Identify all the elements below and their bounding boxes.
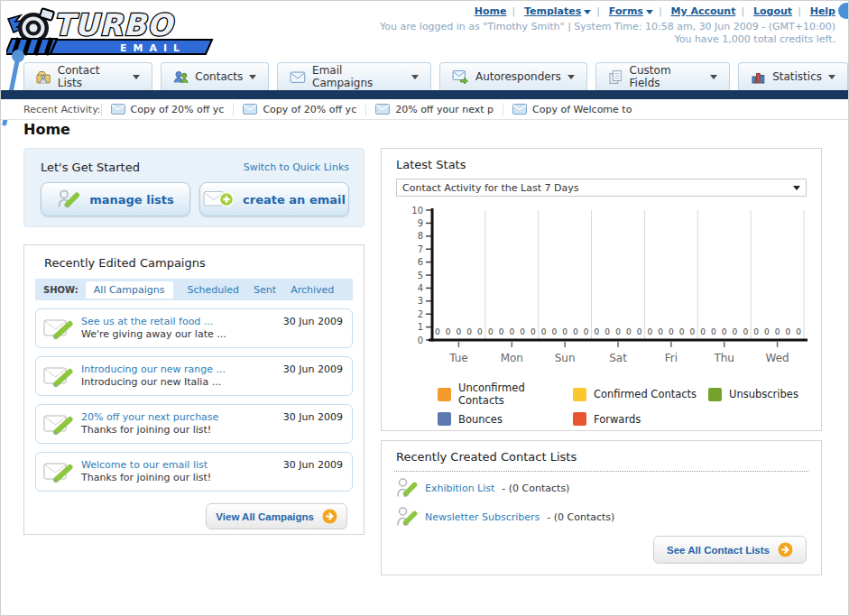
filter-all-campaigns[interactable]: All Campaigns — [86, 281, 173, 299]
create-email-button[interactable]: create an email — [199, 182, 349, 216]
svg-text:2: 2 — [418, 309, 423, 319]
recent-activity-item[interactable]: Copy of Welcome to — [503, 103, 641, 116]
recent-activity-item[interactable]: 20% off your next p — [365, 103, 503, 116]
svg-text:0: 0 — [658, 327, 663, 336]
svg-text:3: 3 — [418, 296, 423, 306]
campaign-subtitle: Thanks for joining our list! — [81, 472, 211, 484]
latest-stats-panel: Latest Stats Contact Activity for the La… — [381, 148, 822, 431]
campaign-date: 30 Jun 2009 — [283, 459, 343, 471]
envelope-icon — [512, 104, 527, 115]
svg-text:0: 0 — [418, 336, 423, 345]
credits-info: You have 1,000 total credits left. — [674, 33, 835, 45]
campaign-title-link[interactable]: 20% off your next purchase — [81, 411, 218, 424]
campaign-row[interactable]: See us at the retail food ... We're givi… — [35, 308, 353, 348]
navy-divider-bar — [1, 90, 848, 99]
campaign-row[interactable]: Welcome to our email list Thanks for joi… — [35, 452, 353, 492]
stats-period-select[interactable]: Contact Activity for the Last 7 Days — [396, 179, 807, 197]
svg-text:0: 0 — [552, 327, 558, 336]
arrow-right-icon — [322, 509, 337, 524]
see-all-contact-lists-button[interactable]: See All Contact Lists — [653, 536, 807, 564]
filter-scheduled[interactable]: Scheduled — [188, 284, 240, 296]
legend-item: Unconfirmed Contacts — [438, 382, 573, 407]
tab-email-campaigns[interactable]: Email Campaigns — [277, 62, 431, 90]
person-pencil-icon — [396, 505, 418, 529]
envelope-icon — [243, 104, 257, 115]
svg-text:0: 0 — [690, 327, 696, 336]
contact-list-item[interactable]: Exhibition List - (0 Contacts) — [396, 475, 821, 501]
campaign-subtitle: We're giving away our late ... — [81, 328, 226, 341]
campaign-date: 30 Jun 2009 — [283, 411, 343, 423]
svg-text:1: 1 — [418, 322, 423, 332]
contact-list-name-link[interactable]: Newsletter Subscribers — [425, 511, 540, 523]
svg-text:0: 0 — [733, 327, 738, 336]
people-icon — [173, 69, 189, 85]
svg-text:0: 0 — [466, 327, 472, 336]
header-link-logout[interactable]: Logout — [753, 5, 792, 17]
svg-text:0: 0 — [722, 327, 727, 336]
filter-sent[interactable]: Sent — [254, 284, 276, 296]
get-started-panel: Let's Get Started Switch to Quick Links … — [23, 148, 365, 227]
svg-text:0: 0 — [446, 327, 451, 336]
campaign-subtitle: Thanks for joining our list! — [81, 424, 218, 437]
svg-text:0: 0 — [541, 327, 547, 336]
campaign-row[interactable]: Introducing our new range ... Introducin… — [35, 356, 353, 396]
header-link-help[interactable]: Help — [810, 5, 835, 17]
chevron-down-icon — [249, 75, 256, 79]
campaign-title-link[interactable]: Welcome to our email list — [81, 459, 211, 472]
svg-text:Sun: Sun — [555, 352, 576, 364]
chevron-down-icon — [411, 75, 419, 79]
svg-text:9: 9 — [418, 218, 423, 228]
svg-text:0: 0 — [477, 327, 483, 336]
header-link-forms[interactable]: Forms — [609, 5, 653, 17]
tab-autoresponders[interactable]: Autoresponders — [439, 62, 587, 90]
corner-ball-decoration — [838, 3, 849, 19]
switch-quick-links[interactable]: Switch to Quick Links — [244, 161, 349, 173]
manage-lists-button[interactable]: manage lists — [41, 182, 190, 216]
legend-label: Forwards — [594, 413, 641, 426]
svg-text:0: 0 — [531, 327, 536, 336]
logo-subtitle-text: EMAIL — [120, 42, 186, 54]
chevron-down-icon — [584, 10, 591, 14]
svg-text:Sat: Sat — [609, 352, 627, 364]
campaign-title-link[interactable]: Introducing our new range ... — [81, 363, 226, 376]
svg-text:0: 0 — [499, 327, 504, 336]
svg-text:6: 6 — [418, 257, 423, 267]
contact-activity-chart: 0123456789100000000000000000000000000000… — [391, 203, 815, 376]
header-link-my-account[interactable]: My Account — [670, 5, 735, 17]
view-all-campaigns-button[interactable]: View All Campaigns — [206, 503, 347, 529]
tab-contact-lists[interactable]: Contact Lists — [23, 62, 152, 90]
svg-text:0: 0 — [562, 327, 568, 336]
filter-archived[interactable]: Archived — [291, 284, 334, 296]
header-link-templates[interactable]: Templates — [524, 5, 591, 17]
campaigns-filter-bar: SHOW: All Campaigns Scheduled Sent Archi… — [35, 279, 353, 300]
header-link-home[interactable]: Home — [475, 5, 507, 17]
chevron-down-icon — [828, 75, 835, 79]
svg-text:0: 0 — [764, 327, 770, 336]
svg-text:Tue: Tue — [448, 352, 468, 364]
svg-text:Mon: Mon — [501, 352, 523, 364]
svg-text:0: 0 — [573, 327, 578, 336]
svg-text:0: 0 — [679, 327, 685, 336]
campaign-row[interactable]: 20% off your next purchase Thanks for jo… — [35, 404, 353, 444]
campaign-title-link[interactable]: See us at the retail food ... — [81, 316, 226, 328]
contact-list-name-link[interactable]: Exhibition List — [425, 483, 494, 494]
svg-text:0: 0 — [700, 327, 706, 336]
tab-custom-fields[interactable]: Custom Fields — [595, 62, 730, 90]
legend-swatch — [573, 412, 586, 426]
tab-statistics[interactable]: Statistics — [738, 62, 848, 90]
get-started-title: Let's Get Started — [41, 161, 140, 174]
svg-text:0: 0 — [509, 327, 514, 336]
svg-text:0: 0 — [711, 327, 716, 336]
arrow-right-icon — [778, 542, 793, 557]
svg-text:0: 0 — [584, 327, 589, 336]
chevron-down-icon — [568, 75, 575, 79]
person-pencil-icon — [396, 476, 418, 501]
contact-list-item[interactable]: Newsletter Subscribers - (0 Contacts) — [396, 504, 821, 529]
chevron-down-icon — [646, 10, 653, 14]
svg-text:Wed: Wed — [765, 352, 789, 364]
tab-contacts[interactable]: Contacts — [161, 62, 269, 90]
recent-activity-item[interactable]: Copy of 20% off yc — [233, 103, 365, 116]
header-links: Home| Templates| Forms| My Account| Logo… — [475, 5, 835, 17]
recent-activity-item[interactable]: Copy of 20% off yc — [101, 103, 234, 116]
legend-label: Unconfirmed Contacts — [458, 382, 573, 407]
